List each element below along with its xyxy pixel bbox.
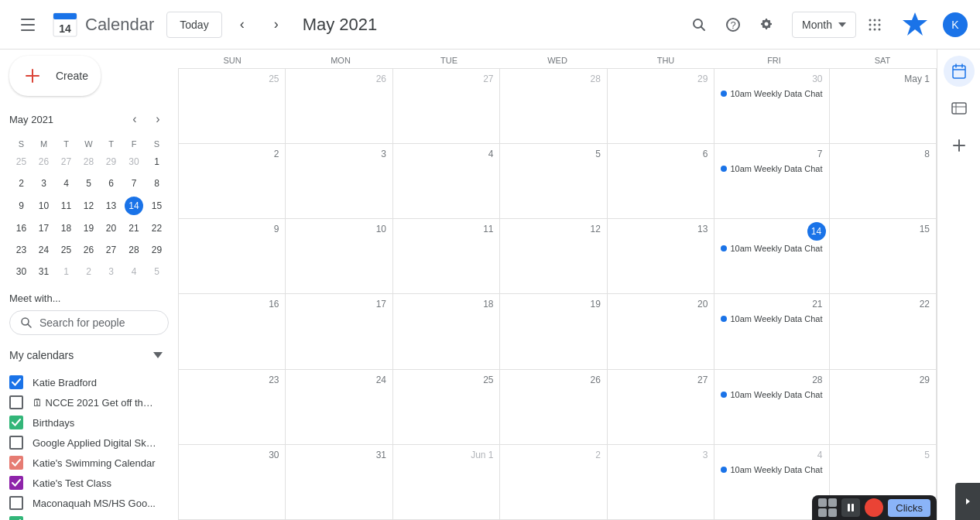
clicks-record-icon[interactable]	[865, 498, 883, 517]
calendar-cell[interactable]: 25	[393, 370, 501, 445]
calendar-cell[interactable]: 30	[179, 445, 286, 520]
mini-cal-day[interactable]: 5	[146, 262, 167, 282]
calendar-cell[interactable]: 15	[830, 219, 937, 294]
calendar-cell[interactable]: 17	[286, 294, 393, 369]
calendar-cell[interactable]: 6	[608, 144, 715, 219]
mini-cal-day[interactable]: 26	[78, 240, 99, 260]
mini-cal-day[interactable]: 12	[78, 195, 99, 217]
mini-cal-day[interactable]: 5	[78, 173, 99, 193]
mini-cal-day[interactable]: 13	[101, 195, 122, 217]
contacts-sidebar-icon[interactable]	[944, 93, 975, 124]
search-button[interactable]	[684, 9, 714, 40]
calendar-cell[interactable]: 1410am Weekly Data Chat	[714, 219, 829, 294]
calendar-cell[interactable]: 24	[286, 370, 393, 445]
mini-cal-day[interactable]: 4	[123, 262, 145, 282]
mini-cal-day[interactable]: 4	[56, 173, 77, 193]
settings-button[interactable]	[752, 9, 783, 40]
mini-cal-day[interactable]: 6	[101, 173, 122, 193]
calendar-item[interactable]: Katie's Test Class	[9, 473, 169, 493]
calendar-cell[interactable]: 29	[830, 370, 937, 445]
search-people-input[interactable]: Search for people	[9, 310, 169, 335]
next-month-button[interactable]: ›	[262, 11, 290, 39]
calendar-item[interactable]: Katie's Swimming Calendar	[9, 453, 169, 473]
add-sidebar-icon[interactable]	[944, 130, 975, 161]
cal-sidebar-icon[interactable]	[944, 56, 975, 87]
calendar-event[interactable]: 10am Weekly Data Chat	[718, 242, 825, 255]
calendar-cell[interactable]: 18	[393, 294, 501, 369]
view-selector[interactable]: Month	[792, 12, 856, 38]
help-button[interactable]: ?	[718, 9, 749, 40]
clicks-button[interactable]: Clicks	[888, 499, 930, 517]
mini-cal-day[interactable]: 9	[11, 195, 32, 217]
calendar-cell[interactable]: 16	[179, 294, 286, 369]
apps-button[interactable]	[859, 9, 890, 40]
calendar-cell[interactable]: May 1	[830, 69, 937, 144]
calendar-event[interactable]: 10am Weekly Data Chat	[718, 464, 825, 476]
calendar-cell[interactable]: Jun 1	[393, 445, 501, 520]
mini-cal-day[interactable]: 27	[101, 240, 122, 260]
calendar-checkbox[interactable]	[9, 395, 23, 409]
calendar-cell[interactable]: 2	[500, 445, 607, 520]
calendar-checkbox[interactable]	[9, 516, 23, 520]
calendar-item[interactable]: Birthdays	[9, 412, 169, 433]
mini-cal-day[interactable]: 29	[101, 152, 122, 172]
calendar-event[interactable]: 10am Weekly Data Chat	[718, 388, 825, 401]
mini-cal-day[interactable]: 30	[123, 152, 145, 172]
calendar-cell[interactable]: 26	[286, 69, 393, 144]
calendar-cell[interactable]: 12	[500, 219, 607, 294]
calendar-cell[interactable]: 3	[608, 445, 715, 520]
calendar-event[interactable]: 10am Weekly Data Chat	[718, 313, 825, 325]
calendar-item[interactable]: Katie Bradford	[9, 372, 169, 392]
calendar-cell[interactable]: 22	[830, 294, 937, 369]
app-logo[interactable]: 14 Calendar	[50, 9, 154, 40]
calendars-collapse-btn[interactable]	[147, 344, 169, 366]
calendar-checkbox[interactable]	[9, 436, 23, 450]
prev-month-button[interactable]: ‹	[228, 11, 256, 39]
calendar-cell[interactable]: 19	[500, 294, 607, 369]
calendar-checkbox[interactable]	[9, 476, 23, 490]
calendar-cell[interactable]: 9	[179, 219, 286, 294]
calendar-event[interactable]: 10am Weekly Data Chat	[718, 87, 825, 100]
mini-cal-day[interactable]: 18	[56, 218, 77, 238]
mini-cal-day[interactable]: 24	[33, 240, 54, 260]
mini-cal-prev[interactable]: ‹	[124, 108, 146, 130]
mini-cal-day[interactable]: 21	[123, 218, 145, 238]
calendar-event[interactable]: 10am Weekly Data Chat	[718, 162, 825, 175]
calendar-cell[interactable]: 25	[179, 69, 286, 144]
mini-cal-day[interactable]: 19	[78, 218, 99, 238]
mini-cal-day[interactable]: 30	[11, 262, 32, 282]
mini-cal-day[interactable]: 23	[11, 240, 32, 260]
calendar-cell[interactable]: 20	[608, 294, 715, 369]
mini-cal-day[interactable]: 11	[56, 195, 77, 217]
calendar-cell[interactable]: 2110am Weekly Data Chat	[714, 294, 829, 369]
mini-cal-day[interactable]: 15	[146, 195, 167, 217]
mini-cal-day[interactable]: 25	[56, 240, 77, 260]
calendar-cell[interactable]: 5	[500, 144, 607, 219]
mini-cal-day[interactable]: 17	[33, 218, 54, 238]
calendar-item[interactable]: MPS Test	[9, 513, 169, 520]
calendar-cell[interactable]: 11	[393, 219, 501, 294]
mini-cal-day[interactable]: 10	[33, 195, 54, 217]
calendar-cell[interactable]: 28	[500, 69, 607, 144]
calendar-cell[interactable]: 10	[286, 219, 393, 294]
mini-cal-next[interactable]: ›	[147, 108, 169, 130]
calendar-cell[interactable]: 23	[179, 370, 286, 445]
calendar-cell[interactable]: 27	[393, 69, 501, 144]
mini-cal-day[interactable]: 20	[101, 218, 122, 238]
today-button[interactable]: Today	[166, 12, 221, 38]
menu-button[interactable]	[12, 9, 43, 40]
mini-cal-day[interactable]: 1	[146, 152, 167, 172]
mini-cal-day[interactable]: 7	[123, 173, 145, 193]
calendar-cell[interactable]: 29	[608, 69, 715, 144]
calendar-cell[interactable]: 8	[830, 144, 937, 219]
calendar-cell[interactable]: 3	[286, 144, 393, 219]
mini-cal-day[interactable]: 22	[146, 218, 167, 238]
mini-cal-day[interactable]: 2	[11, 173, 32, 193]
calendar-cell[interactable]: 3010am Weekly Data Chat	[714, 69, 829, 144]
calendar-cell[interactable]: 710am Weekly Data Chat	[714, 144, 829, 219]
calendar-cell[interactable]: 31	[286, 445, 393, 520]
calendar-item[interactable]: 🗓 NCCE 2021 Get off the ...	[9, 392, 169, 412]
clicks-pause-icon[interactable]	[841, 498, 860, 517]
mini-cal-day[interactable]: 1	[56, 262, 77, 282]
calendar-cell[interactable]: 13	[608, 219, 715, 294]
